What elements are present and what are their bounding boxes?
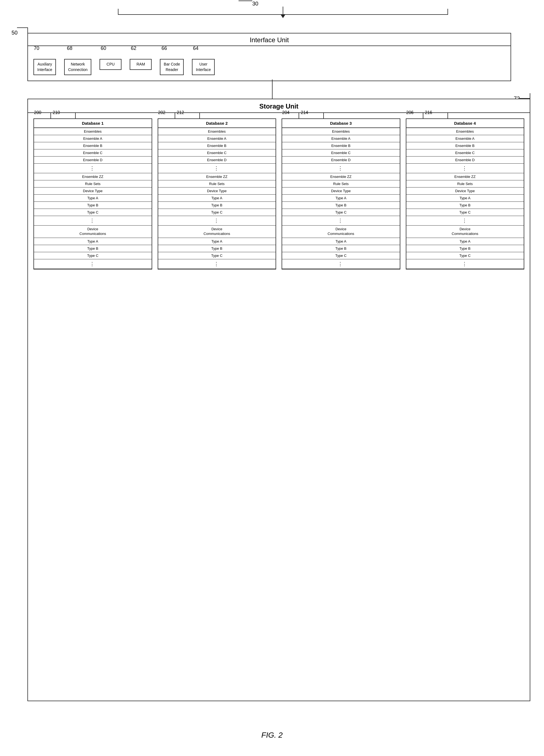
diagram: 30 50 Interface Unit 70 AuxiliaryInterfa… — [0, 0, 544, 756]
db2-ensemble-b: Ensemble B — [158, 142, 276, 149]
db3-dots2: ⋮106 — [282, 216, 400, 226]
db1-comms-type-c: Type C — [34, 252, 152, 259]
db4-ensemble-c: Ensemble C — [406, 149, 524, 157]
db3-rule-sets: Rule Sets250 — [282, 180, 400, 187]
db4-device-type: Device Type — [406, 187, 524, 195]
ref-216-tick — [447, 112, 448, 118]
db1-ensemble-zz: Ensemble ZZ — [34, 173, 152, 180]
db2-dots1: ⋮ — [158, 164, 276, 173]
ref-204: 204 — [282, 110, 290, 115]
db2-ensemble-a: Ensemble A — [158, 135, 276, 142]
ref-204-tick — [299, 112, 299, 118]
network-conn-group: 68 NetworkConnection — [64, 52, 91, 75]
db1-dots2: ⋮ — [34, 216, 152, 226]
db3-device-comms: DeviceCommunications400 — [282, 226, 400, 238]
db3-dots1: ⋮··· — [282, 164, 400, 173]
ref-30: 30 — [252, 1, 258, 7]
interface-unit-box: Interface Unit 70 AuxiliaryInterface 68 … — [27, 33, 511, 81]
interface-unit-title: Interface Unit — [28, 33, 511, 46]
cpu-group: 60 CPU — [100, 52, 121, 70]
ref-210-tick — [75, 112, 76, 118]
ref-214-tick — [323, 112, 324, 118]
databases-row: 200 210 Database 1 Ensembles Ensemble A … — [28, 113, 530, 275]
db2-ensembles: Ensembles — [158, 128, 276, 135]
db1-type-a: Type A — [34, 195, 152, 202]
db2-ensemble-c: Ensemble C — [158, 149, 276, 157]
db2-dots2: ⋮ — [158, 216, 276, 226]
db2-ensemble-zz: Ensemble ZZ — [158, 173, 276, 180]
db2-title: Database 2 — [158, 119, 276, 128]
db2-comms-type-b: Type B — [158, 245, 276, 252]
network-conn-box: NetworkConnection — [64, 59, 91, 75]
db4-type-b: Type B — [406, 202, 524, 209]
barcode-box: Bar CodeReader — [160, 59, 184, 75]
db4-comms-type-a: Type A — [406, 238, 524, 245]
cpu-box: CPU — [100, 59, 121, 70]
db1-device-comms: DeviceCommunications — [34, 226, 152, 238]
brace-30 — [118, 6, 448, 20]
ref-64: 64 — [193, 46, 199, 51]
db2-dots3: ⋮ — [158, 259, 276, 269]
db2-type-c: Type C — [158, 209, 276, 216]
db3-ensemble-d: Ensemble D236 — [282, 157, 400, 164]
db3-comms-type-b: Type B404 — [282, 245, 400, 252]
db3-type-c: Type C104 — [282, 209, 400, 216]
db4-ensemble-a: Ensemble A — [406, 135, 524, 142]
db2-device-comms: DeviceCommunications — [158, 226, 276, 238]
ref-214-line — [310, 112, 324, 113]
storage-unit-box: Storage Unit 200 210 Database 1 Ensemble… — [27, 99, 530, 701]
ref-72-tick — [530, 93, 530, 99]
db3-box: Database 3 Ensembles230 Ensemble A232 En… — [282, 118, 400, 269]
aux-interface-group: 70 AuxiliaryInterface — [33, 52, 56, 75]
aux-interface-box: AuxiliaryInterface — [33, 59, 56, 75]
db4-comms-type-b: Type B — [406, 245, 524, 252]
ref-200-line — [43, 112, 51, 113]
db4-ensemble-b: Ensemble B — [406, 142, 524, 149]
ref-70: 70 — [34, 46, 39, 51]
db2-container: 202 212 Database 2 Ensembles Ensemble A … — [158, 118, 276, 269]
db3-ensembles: Ensembles230 — [282, 128, 400, 135]
ref-204-line — [291, 112, 299, 113]
db4-rule-sets: Rule Sets — [406, 180, 524, 187]
db2-type-b: Type B — [158, 202, 276, 209]
db2-device-type: Device Type — [158, 187, 276, 195]
ref-202: 202 — [158, 110, 166, 115]
db4-type-c: Type C — [406, 209, 524, 216]
ref-210-line — [62, 112, 76, 113]
db4-type-a: Type A — [406, 195, 524, 202]
db4-device-comms: DeviceCommunications — [406, 226, 524, 238]
db4-ensemble-zz: Ensemble ZZ — [406, 173, 524, 180]
db1-ensemble-b: Ensemble B — [34, 142, 152, 149]
ref-66: 66 — [161, 46, 167, 51]
ram-box: RAM — [130, 59, 152, 70]
ref-210: 210 — [53, 110, 60, 115]
ref-200-tick — [50, 112, 51, 118]
ref-50: 50 — [12, 30, 18, 36]
db1-rule-sets: Rule Sets — [34, 180, 152, 187]
ref-212-line — [186, 112, 200, 113]
ref-202-tick — [175, 112, 175, 118]
db3-ensemble-zz: Ensemble ZZ240 — [282, 173, 400, 180]
db1-container: 200 210 Database 1 Ensembles Ensemble A … — [33, 118, 152, 269]
db4-dots2: ⋮ — [406, 216, 524, 226]
db3-title: Database 3 — [282, 119, 400, 128]
db1-ensemble-d: Ensemble D — [34, 157, 152, 164]
db3-comms-type-c: Type C406 — [282, 252, 400, 259]
ref-216-line — [434, 112, 448, 113]
ref-212: 212 — [177, 110, 184, 115]
db2-type-a: Type A — [158, 195, 276, 202]
db4-comms-type-c: Type C — [406, 252, 524, 259]
db4-dots1: ⋮ — [406, 164, 524, 173]
db4-ensemble-d: Ensemble D — [406, 157, 524, 164]
ref-206-tick — [423, 112, 423, 118]
db1-comms-type-a: Type A — [34, 238, 152, 245]
db3-comms-type-a: Type A402 — [282, 238, 400, 245]
db3-ensemble-c: Ensemble C235 — [282, 149, 400, 157]
db1-dots3: ⋮ — [34, 259, 152, 269]
db2-comms-type-a: Type A — [158, 238, 276, 245]
db1-title: Database 1 — [34, 119, 152, 128]
db1-comms-type-b: Type B — [34, 245, 152, 252]
db2-box: Database 2 Ensembles Ensemble A Ensemble… — [158, 118, 276, 269]
db4-box: Database 4 Ensembles Ensemble A Ensemble… — [406, 118, 525, 269]
ref-206: 206 — [406, 110, 414, 115]
